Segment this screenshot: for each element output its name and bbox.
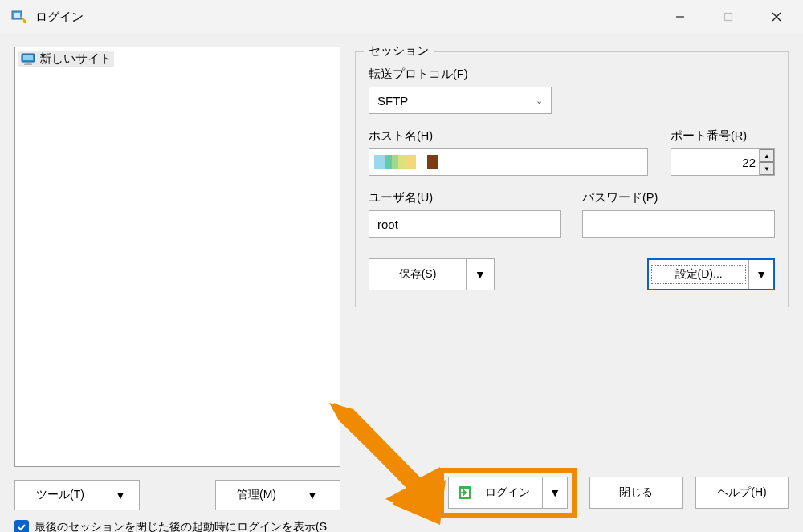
bottom-button-row: ログイン ▼ 閉じる ヘルプ(H)	[439, 468, 789, 518]
host-port-row: ホスト名(H) ポート番号(R)	[369, 128, 775, 176]
protocol-label: 転送プロトコル(F)	[369, 67, 775, 82]
help-button[interactable]: ヘルプ(H)	[695, 477, 789, 509]
app-icon	[11, 9, 27, 25]
save-settings-row: 保存(S) ▼ 設定(D)... ▼	[369, 258, 775, 290]
svg-rect-8	[23, 55, 33, 60]
dropdown-caret-icon[interactable]: ▼	[467, 268, 494, 281]
advanced-settings-label: 設定(D)...	[651, 265, 746, 284]
port-label: ポート番号(R)	[671, 128, 775, 144]
user-pass-row: ユーザ名(U) root パスワード(P)	[369, 190, 775, 238]
window-title: ログイン	[35, 10, 84, 25]
username-input[interactable]: root	[369, 210, 561, 238]
dropdown-caret-icon[interactable]: ▼	[749, 268, 773, 281]
dropdown-caret-icon: ▼	[297, 489, 328, 502]
right-column: セッション 転送プロトコル(F) SFTP ⌄ ホスト名(H)	[355, 47, 789, 532]
username-value: root	[377, 217, 398, 231]
password-label: パスワード(P)	[582, 190, 775, 205]
close-button[interactable]	[763, 5, 790, 29]
checkbox-icon[interactable]	[14, 520, 29, 532]
host-input[interactable]	[369, 148, 648, 176]
dropdown-caret-icon: ▼	[105, 489, 136, 502]
minimize-button[interactable]	[666, 5, 694, 29]
dropdown-caret-icon[interactable]: ▼	[543, 486, 567, 499]
title-bar: ログイン	[0, 0, 803, 34]
session-group: セッション 転送プロトコル(F) SFTP ⌄ ホスト名(H)	[355, 51, 789, 307]
tools-button[interactable]: ツール(T) ▼	[14, 480, 140, 510]
protocol-select[interactable]: SFTP ⌄	[369, 87, 552, 114]
svg-rect-4	[725, 14, 732, 21]
host-redacted-blocks	[374, 155, 438, 169]
password-input[interactable]	[582, 210, 775, 238]
show-login-checkbox-label: 最後のセッションを閉じた後の起動時にログインを表示(S	[35, 520, 327, 532]
show-login-checkbox-row[interactable]: 最後のセッションを閉じた後の起動時にログインを表示(S	[14, 520, 340, 532]
svg-rect-1	[14, 13, 20, 18]
username-label: ユーザ名(U)	[369, 190, 561, 205]
password-column: パスワード(P)	[582, 190, 775, 238]
protocol-row: 転送プロトコル(F) SFTP ⌄	[369, 67, 775, 114]
host-label: ホスト名(H)	[369, 128, 648, 144]
site-list[interactable]: 新しいサイト	[14, 47, 340, 467]
site-item-label: 新しいサイト	[39, 51, 112, 67]
svg-rect-10	[24, 63, 32, 65]
login-button[interactable]: ログイン ▼	[448, 477, 568, 509]
spinner-down-icon[interactable]: ▼	[760, 162, 774, 175]
title-bar-controls	[666, 5, 798, 29]
svg-rect-9	[26, 63, 31, 64]
svg-point-2	[23, 20, 26, 23]
spinner-up-icon[interactable]: ▲	[760, 149, 774, 162]
help-button-label: ヘルプ(H)	[717, 485, 766, 500]
port-input[interactable]: 22 ▲ ▼	[671, 148, 775, 176]
site-item-new[interactable]: 新しいサイト	[18, 51, 114, 67]
port-spinner[interactable]: ▲ ▼	[759, 149, 774, 175]
title-bar-left: ログイン	[11, 9, 84, 25]
manage-button[interactable]: 管理(M) ▼	[215, 480, 340, 510]
chevron-down-icon: ⌄	[536, 95, 543, 106]
port-value: 22	[678, 156, 759, 169]
save-button-label: 保存(S)	[369, 267, 466, 282]
host-column: ホスト名(H)	[369, 128, 648, 176]
close-dialog-label: 閉じる	[619, 485, 653, 500]
close-dialog-button[interactable]: 閉じる	[589, 477, 683, 509]
advanced-settings-button[interactable]: 設定(D)... ▼	[647, 258, 775, 290]
manage-button-label: 管理(M)	[216, 488, 297, 502]
tools-button-label: ツール(T)	[15, 488, 105, 502]
left-column: 新しいサイト ツール(T) ▼ 管理(M) ▼ 最後のセッションを閉じた後の起動…	[14, 47, 340, 532]
site-monitor-icon	[21, 53, 35, 66]
port-column: ポート番号(R) 22 ▲ ▼	[671, 128, 775, 176]
save-button[interactable]: 保存(S) ▼	[369, 258, 495, 290]
client-area: 新しいサイト ツール(T) ▼ 管理(M) ▼ 最後のセッションを閉じた後の起動…	[0, 34, 803, 532]
login-button-label: ログイン	[473, 485, 542, 500]
session-legend: セッション	[364, 43, 434, 59]
left-button-row: ツール(T) ▼ 管理(M) ▼	[14, 480, 340, 510]
login-icon	[457, 485, 473, 501]
maximize-button[interactable]	[715, 5, 742, 29]
protocol-value: SFTP	[377, 94, 408, 108]
username-column: ユーザ名(U) root	[369, 190, 561, 238]
login-highlight-annotation: ログイン ▼	[439, 468, 577, 518]
